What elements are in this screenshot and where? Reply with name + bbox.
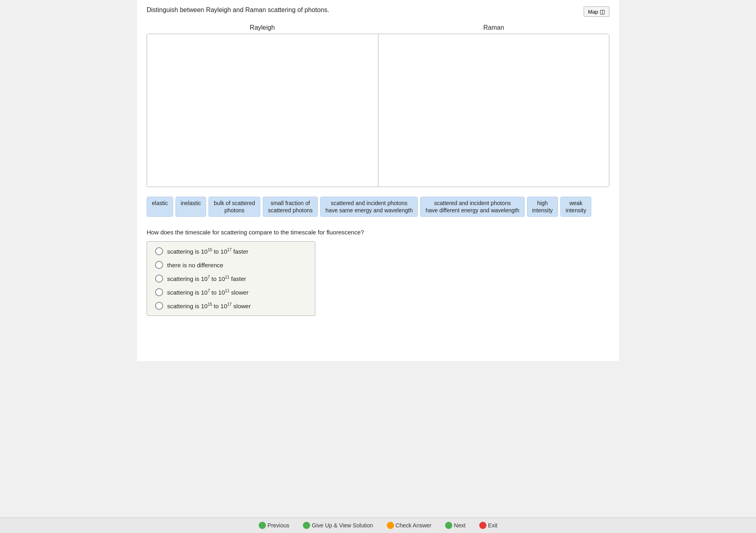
radio-label-1: scattering is 1015 to 1017 faster (167, 248, 248, 255)
map-icon: ◫ (600, 8, 605, 15)
rayleigh-header: Rayleigh (147, 24, 378, 31)
chip-weak-intensity[interactable]: weakintensity (560, 197, 591, 217)
radio-option-4[interactable]: scattering is 107 to 1011 slower (155, 288, 307, 296)
radio-circle-5[interactable] (155, 302, 163, 310)
columns-headers: Rayleigh Raman (147, 24, 609, 31)
map-button[interactable]: Map ◫ (584, 6, 609, 17)
radio-option-2[interactable]: there is no difference (155, 261, 307, 269)
chip-diff-energy[interactable]: scattered and incident photonshave diffe… (420, 197, 524, 217)
radio-circle-3[interactable] (155, 275, 163, 283)
chips-area: elastic inelastic bulk of scatteredphoto… (147, 194, 609, 219)
map-label: Map (588, 9, 598, 15)
radio-label-4: scattering is 107 to 1011 slower (167, 289, 249, 296)
radio-label-2: there is no difference (167, 262, 223, 269)
radio-option-3[interactable]: scattering is 107 to 1011 faster (155, 275, 307, 283)
radio-circle-2[interactable] (155, 261, 163, 269)
chip-elastic[interactable]: elastic (147, 197, 173, 217)
radio-option-1[interactable]: scattering is 1015 to 1017 faster (155, 247, 307, 255)
chip-small-fraction[interactable]: small fraction ofscattered photons (263, 197, 318, 217)
columns-section: Rayleigh Raman (147, 24, 609, 187)
chip-inelastic[interactable]: inelastic (176, 197, 206, 217)
question2-title: How does the timescale for scattering co… (147, 229, 609, 236)
radio-options-box: scattering is 1015 to 1017 faster there … (147, 241, 315, 316)
radio-circle-4[interactable] (155, 288, 163, 296)
chip-same-energy[interactable]: scattered and incident photonshave same … (320, 197, 418, 217)
question-title: Distinguish between Rayleigh and Raman s… (147, 6, 329, 14)
top-bar: Distinguish between Rayleigh and Raman s… (147, 6, 609, 17)
chip-bulk[interactable]: bulk of scatteredphotons (208, 197, 260, 217)
chip-high-intensity[interactable]: highintensity (527, 197, 558, 217)
radio-option-5[interactable]: scattering is 1015 to 1017 slower (155, 302, 307, 310)
raman-header: Raman (378, 24, 609, 31)
columns-drop-area (147, 34, 609, 187)
page-container: Distinguish between Rayleigh and Raman s… (137, 0, 619, 361)
radio-circle-1[interactable] (155, 247, 163, 255)
radio-label-3: scattering is 107 to 1011 faster (167, 275, 246, 282)
raman-drop-zone[interactable] (378, 34, 609, 187)
rayleigh-drop-zone[interactable] (147, 34, 378, 187)
radio-label-5: scattering is 1015 to 1017 slower (167, 302, 251, 309)
